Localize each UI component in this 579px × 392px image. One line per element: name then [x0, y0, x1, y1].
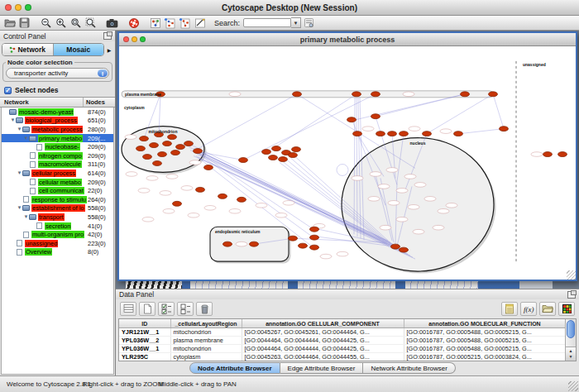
attribute-checklist-icon[interactable]: [158, 302, 175, 316]
graph-node[interactable]: [391, 244, 400, 249]
graph-node[interactable]: [299, 243, 308, 248]
graph-node[interactable]: [353, 131, 362, 136]
graph-node[interactable]: [371, 114, 380, 119]
graph-node[interactable]: [388, 131, 397, 136]
snapshot-icon[interactable]: [105, 17, 119, 29]
graph-node[interactable]: [347, 117, 356, 122]
tree-item-nucleobase[interactable]: nucleobase-209(0): [2, 142, 113, 151]
network-view-titlebar[interactable]: primary metabolic process: [119, 33, 576, 46]
graph-node[interactable]: [143, 155, 152, 160]
close-button[interactable]: [5, 4, 12, 11]
graph-node[interactable]: [239, 158, 248, 163]
data-panel-float-icon[interactable]: [567, 291, 576, 299]
disclosure-triangle-icon[interactable]: ▼: [17, 170, 22, 176]
graph-node[interactable]: [184, 141, 194, 146]
vizmapper-icon[interactable]: [148, 17, 162, 29]
zoom-in-icon[interactable]: [54, 17, 68, 29]
tab-node-attribute-browser[interactable]: Node Attribute Browser: [189, 362, 280, 374]
function-builder-icon[interactable]: f(x): [520, 302, 537, 316]
graph-node[interactable]: [400, 247, 409, 252]
table-row[interactable]: YKR052Ccytoplasm[GO:0044464, GO:0044446,…: [119, 361, 566, 362]
tree-item-overview[interactable]: Overview8(0): [2, 248, 113, 257]
tree-item-cell-communicat[interactable]: cell communicat22(0): [2, 186, 113, 195]
network-canvas-area[interactable]: plasma membranecytoplasmmitochondrionnuc…: [119, 46, 576, 280]
column-header-id[interactable]: ID: [119, 319, 170, 328]
graph-node[interactable]: [150, 143, 159, 148]
tree-item-cellular-process[interactable]: ▼cellular process614(0): [2, 169, 113, 178]
table-row[interactable]: YPL036W__1mitochondrion[GO:0044464, GO:0…: [119, 345, 566, 353]
graph-node[interactable]: [400, 131, 409, 136]
graph-node[interactable]: [237, 197, 246, 202]
graph-node[interactable]: [279, 157, 288, 162]
tree-item-macromolecule[interactable]: macromolecule311(0): [2, 160, 113, 170]
column-header-annotation-go-cellular-component[interactable]: annotation.GO CELLULAR_COMPONENT: [242, 319, 404, 328]
graph-node[interactable]: [500, 127, 509, 131]
graph-node[interactable]: [158, 152, 167, 157]
save-session-icon[interactable]: [17, 17, 31, 29]
graph-node[interactable]: [292, 147, 301, 152]
disclosure-triangle-icon[interactable]: ▼: [17, 205, 22, 211]
table-scrollbar-thumb[interactable]: [567, 320, 575, 338]
graph-node[interactable]: [543, 152, 553, 157]
tab-network-attribute-browser[interactable]: Network Attribute Browser: [363, 362, 455, 374]
graph-node[interactable]: [218, 194, 227, 198]
disclosure-triangle-icon[interactable]: ▼: [10, 117, 16, 123]
graph-node[interactable]: [196, 187, 205, 192]
graph-node[interactable]: [140, 136, 149, 141]
graph-node[interactable]: [310, 245, 319, 250]
tree-item-transport[interactable]: ▼transport558(0): [2, 213, 113, 222]
tree-item-nitrogen-compo[interactable]: nitrogen compo209(0): [2, 151, 113, 160]
annotation-pad-icon[interactable]: [501, 302, 518, 316]
tree-item-mosaic-demo-yeast[interactable]: mosaic-demo-yeast874(0): [2, 108, 113, 117]
matrix-icon[interactable]: [558, 302, 575, 316]
annotation-icon[interactable]: [193, 17, 207, 29]
network-canvas[interactable]: plasma membranecytoplasmmitochondrionnuc…: [119, 46, 576, 280]
import-network-icon[interactable]: [178, 17, 192, 29]
graph-node[interactable]: [176, 145, 185, 150]
column-header-annotation-go-molecular-function[interactable]: annotation.GO MOLECULAR_FUNCTION: [404, 319, 566, 328]
tab-mosaic[interactable]: Mosaic: [54, 44, 104, 55]
graph-node[interactable]: [461, 92, 470, 97]
search-options-icon[interactable]: [302, 17, 316, 29]
disclosure-triangle-icon[interactable]: ▼: [17, 127, 22, 132]
graph-node[interactable]: [223, 241, 232, 246]
table-row[interactable]: YJR121W__1mitochondrion[GO:0045267, GO:0…: [119, 328, 566, 337]
new-attribute-icon[interactable]: [139, 302, 156, 316]
tree-item-multi-organism-pro[interactable]: multi-organism pro42(0): [2, 230, 113, 239]
graph-node[interactable]: [136, 146, 146, 151]
tree-item-biological-process[interactable]: ▼biological_process651(0): [2, 117, 113, 126]
view-close-button[interactable]: [123, 36, 129, 42]
graph-node[interactable]: [250, 241, 259, 246]
create-network-icon[interactable]: [163, 17, 177, 29]
tree-item-secretion[interactable]: secretion41(0): [2, 222, 113, 231]
search-dropdown-button[interactable]: ▼: [291, 17, 301, 28]
window-resize-grip[interactable]: [568, 381, 578, 391]
zoom-selected-icon[interactable]: [84, 17, 98, 29]
select-nodes-checkbox[interactable]: ✓: [4, 87, 12, 94]
graph-node[interactable]: [153, 161, 162, 166]
graph-node[interactable]: [272, 146, 281, 151]
graph-node[interactable]: [454, 131, 463, 136]
graph-node[interactable]: [289, 236, 298, 241]
delete-attribute-icon[interactable]: [196, 302, 213, 316]
search-input[interactable]: [243, 18, 291, 27]
view-minimize-button[interactable]: [132, 36, 137, 42]
tab-network[interactable]: Network: [2, 44, 54, 55]
column-header-cellularlayoutregion[interactable]: _cellularLayoutRegion: [170, 319, 242, 328]
zoom-fit-icon[interactable]: [69, 17, 83, 29]
tree-item-metabolic-process[interactable]: ▼metabolic process280(0): [2, 125, 113, 134]
disclosure-triangle-icon[interactable]: ▼: [23, 136, 29, 141]
tab-edge-attribute-browser[interactable]: Edge Attribute Browser: [280, 362, 364, 374]
graph-node[interactable]: [289, 153, 298, 158]
tab-overflow-arrow[interactable]: ▶: [105, 44, 113, 55]
graph-node[interactable]: [310, 227, 319, 232]
disclosure-triangle-icon[interactable]: ▼: [23, 214, 29, 220]
graph-node[interactable]: [352, 92, 361, 97]
graph-node[interactable]: [194, 149, 203, 154]
minimize-button[interactable]: [15, 4, 22, 11]
tree-header-network[interactable]: Network: [4, 98, 29, 106]
graph-node[interactable]: [173, 201, 182, 206]
table-scrollbar[interactable]: ▲▼: [565, 319, 576, 361]
table-scrollbar-arrows[interactable]: ▲▼: [566, 347, 576, 361]
graph-node[interactable]: [371, 92, 380, 97]
